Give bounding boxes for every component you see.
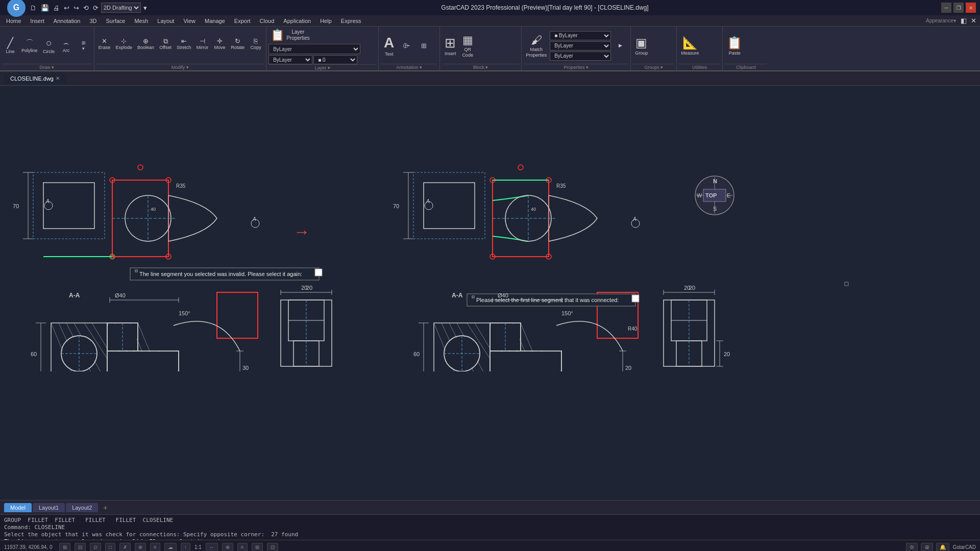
rotate-button[interactable]: ↻ Rotate — [229, 36, 247, 52]
menu-express[interactable]: Express — [337, 17, 365, 25]
draw-group-label[interactable]: Draw ▾ — [2, 64, 92, 70]
block-group-label[interactable]: Block ▾ — [442, 64, 519, 70]
measure-button[interactable]: 📐 Measure — [679, 35, 701, 57]
svg-text:A: A — [45, 198, 50, 204]
layout-tab-model[interactable]: Model — [4, 503, 32, 512]
display-button[interactable]: 🖥 — [921, 543, 933, 551]
print-button[interactable]: 🖨 — [52, 4, 61, 12]
fullscreen-button[interactable]: ⊡ — [267, 543, 278, 551]
offset-button[interactable]: ⧉ Offset — [157, 36, 174, 52]
back-button[interactable]: ⟲ — [82, 4, 90, 12]
properties-expand-button[interactable]: ▶ — [612, 42, 628, 49]
notification-button[interactable]: 🔔 — [936, 543, 949, 551]
menu-cloud[interactable]: Cloud — [256, 17, 279, 25]
layout-tab-layout2[interactable]: Layout2 — [66, 503, 98, 512]
circle-button[interactable]: ○ Circle — [41, 36, 57, 56]
redo-button[interactable]: ↪ — [72, 4, 81, 12]
svg-text:A-A: A-A — [69, 292, 80, 299]
explode-button[interactable]: ⊹ Explode — [114, 36, 135, 52]
menu-application[interactable]: Application — [279, 17, 315, 25]
cad-canvas[interactable]: 70 A R35 40 — [0, 86, 980, 500]
layer-selector[interactable]: ByLayer — [268, 44, 360, 54]
transparency-toggle[interactable]: ☁ — [164, 543, 177, 551]
menu-home[interactable]: Home — [2, 17, 25, 25]
group-button[interactable]: ▣ Group — [633, 35, 650, 57]
app-logo[interactable]: G — [7, 0, 26, 17]
mleader-button[interactable]: ⌱ — [398, 41, 414, 51]
paste-button[interactable]: 📋 Paste — [725, 35, 744, 57]
menu-surface[interactable]: Surface — [102, 17, 130, 25]
svg-text:R35: R35 — [556, 183, 566, 189]
grid-toggle[interactable]: ⊞ — [59, 543, 70, 551]
workspace-selector[interactable]: 2D Drafting — [101, 3, 141, 13]
draw-more-button[interactable]: ⊞ ▾ — [76, 39, 92, 53]
layer-group-label[interactable]: Layer ▾ — [268, 64, 376, 71]
menu-manage[interactable]: Manage — [201, 17, 229, 25]
polar-toggle[interactable]: □ — [105, 543, 115, 551]
polyline-button[interactable]: ⌒ Polyline — [19, 37, 40, 55]
menu-insert[interactable]: Insert — [26, 17, 48, 25]
arc-button[interactable]: ⌢ Arc — [58, 37, 75, 55]
linetype-selector[interactable]: ByLayer — [268, 55, 312, 64]
color-selector[interactable]: ■ ByLayer — [550, 31, 611, 40]
insert-button[interactable]: ⊞ Insert — [442, 34, 458, 58]
document-tab[interactable]: CLOSELINE.dwg ✕ — [4, 73, 66, 84]
dimension-button[interactable]: ⊞ — [415, 41, 432, 51]
workspace[interactable]: 70 A R35 40 — [0, 86, 980, 500]
menu-annotation[interactable]: Annotation — [50, 17, 85, 25]
layout-tab-add[interactable]: + — [99, 502, 111, 513]
copy-button[interactable]: ⎘ Copy — [248, 36, 264, 52]
selection-toggle[interactable]: ↑ — [181, 543, 190, 551]
restore-button[interactable]: ❐ — [953, 3, 964, 13]
line-button[interactable]: ╱ Line — [2, 36, 18, 56]
linetype-prop-selector[interactable]: ByLayer — [550, 41, 611, 51]
view-grid-button[interactable]: ⊞ — [252, 543, 263, 551]
menu-help[interactable]: Help — [316, 17, 336, 25]
forward-button[interactable]: ⟳ — [91, 4, 100, 12]
osnap-toggle[interactable]: ✗ — [119, 543, 131, 551]
mleader-icon: ⌱ — [403, 42, 410, 50]
layout-tab-layout1[interactable]: Layout1 — [33, 503, 65, 512]
svg-text:30: 30 — [242, 365, 249, 371]
move-button[interactable]: ✛ Move — [212, 36, 228, 52]
text-button[interactable]: A Text — [381, 33, 397, 58]
undo-button[interactable]: ↩ — [62, 4, 71, 12]
document-tab-close[interactable]: ✕ — [56, 76, 60, 81]
minimize-button[interactable]: ─ — [941, 3, 951, 13]
workspace-button[interactable]: ≡ — [237, 543, 248, 551]
anno-scale-button[interactable]: ⊕ — [222, 543, 233, 551]
ribbon-float-button[interactable]: ◧ — [959, 16, 968, 25]
otrack-toggle[interactable]: ⊕ — [135, 543, 146, 551]
qr-code-button[interactable]: ▦ QRCode — [459, 33, 476, 59]
ribbon-close-button[interactable]: ✕ — [969, 16, 978, 25]
new-button[interactable]: 🗋 — [29, 4, 38, 12]
linecolor-selector[interactable]: ■ 0 — [313, 55, 357, 64]
settings-button[interactable]: ⚙ — [906, 543, 918, 551]
lineweight-selector[interactable]: ByLayer — [550, 52, 611, 61]
layer-properties-button[interactable]: 📋 LayerProperties — [268, 28, 312, 43]
arc-icon: ⌢ — [63, 38, 69, 48]
menu-layout[interactable]: Layout — [153, 17, 178, 25]
stretch-button[interactable]: ⇤ Stretch — [175, 36, 193, 52]
groups-group-label[interactable]: Groups ▾ — [633, 64, 674, 70]
match-properties-button[interactable]: 🖌 MatchProperties — [524, 33, 549, 59]
close-button[interactable]: ✕ — [966, 3, 976, 13]
ortho-toggle[interactable]: ⊙ — [90, 543, 101, 551]
scale-button[interactable]: ↔ — [206, 543, 218, 551]
modify-group-label[interactable]: Modify ▾ — [96, 64, 264, 70]
menu-view[interactable]: View — [179, 17, 200, 25]
menu-export[interactable]: Export — [230, 17, 255, 25]
erase-button[interactable]: ✕ Erase — [96, 36, 113, 52]
annotation-group-label[interactable]: Annotation ▾ — [381, 64, 437, 70]
snap-toggle[interactable]: ⊟ — [75, 543, 86, 551]
menu-3d[interactable]: 3D — [85, 17, 101, 25]
workspace-expand[interactable]: ▾ — [142, 4, 149, 12]
lineweight-toggle[interactable]: ≡ — [150, 543, 160, 551]
offset-icon: ⧉ — [163, 37, 168, 45]
save-button[interactable]: 💾 — [39, 4, 51, 12]
properties-group-label[interactable]: Properties ▾ — [524, 64, 628, 70]
mirror-button[interactable]: ⊣ Mirror — [194, 36, 211, 52]
svg-text:20: 20 — [684, 285, 690, 291]
menu-mesh[interactable]: Mesh — [130, 17, 152, 25]
boolean-button[interactable]: ⊕ Boolean — [135, 36, 156, 52]
